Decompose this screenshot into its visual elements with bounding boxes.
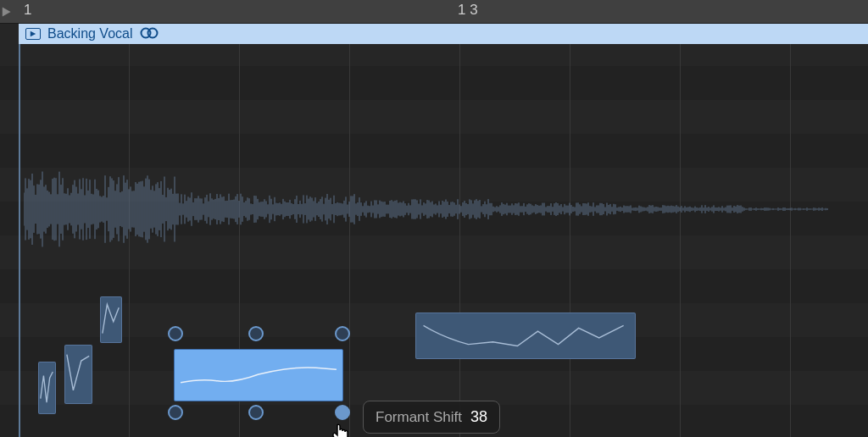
pitch-row-stripe: [0, 269, 868, 303]
region-start-line: [19, 44, 20, 437]
pitch-row-stripe: [0, 66, 868, 100]
ruler-start-marker: [0, 0, 17, 24]
formant-handle[interactable]: [168, 326, 183, 341]
region-name-label: Backing Vocal: [47, 26, 133, 41]
svg-marker-0: [3, 7, 11, 16]
pitch-row-stripe: [0, 134, 868, 168]
pitch-note[interactable]: [64, 345, 92, 404]
pitch-note[interactable]: [38, 362, 56, 414]
pitch-editor-canvas[interactable]: Formant Shift 38: [0, 44, 868, 437]
formant-tooltip: Formant Shift 38: [363, 401, 500, 434]
play-icon[interactable]: [25, 28, 41, 40]
formant-handle[interactable]: [248, 326, 264, 341]
waveform-display: [24, 167, 829, 252]
ruler-bar-13: 1 3: [458, 2, 478, 19]
pitch-note[interactable]: [415, 313, 636, 359]
svg-point-3: [147, 28, 157, 37]
svg-marker-1: [31, 31, 36, 36]
audio-editor-area[interactable]: Backing Vocal Formant Shift 38: [0, 24, 868, 437]
tooltip-value: 38: [470, 408, 487, 426]
pitch-note[interactable]: [100, 296, 122, 343]
formant-handle[interactable]: [248, 405, 264, 420]
formant-handle[interactable]: [335, 405, 350, 420]
tooltip-label: Formant Shift: [376, 409, 462, 426]
timeline-ruler[interactable]: 1 1 3: [0, 0, 868, 24]
ruler-bar-1: 1: [24, 2, 31, 19]
formant-handle[interactable]: [335, 326, 350, 341]
pointing-hand-cursor: [331, 423, 351, 437]
pitch-note[interactable]: [174, 349, 343, 401]
stereo-icon: [140, 25, 159, 43]
formant-handle[interactable]: [168, 405, 183, 420]
region-header[interactable]: Backing Vocal: [19, 24, 868, 44]
